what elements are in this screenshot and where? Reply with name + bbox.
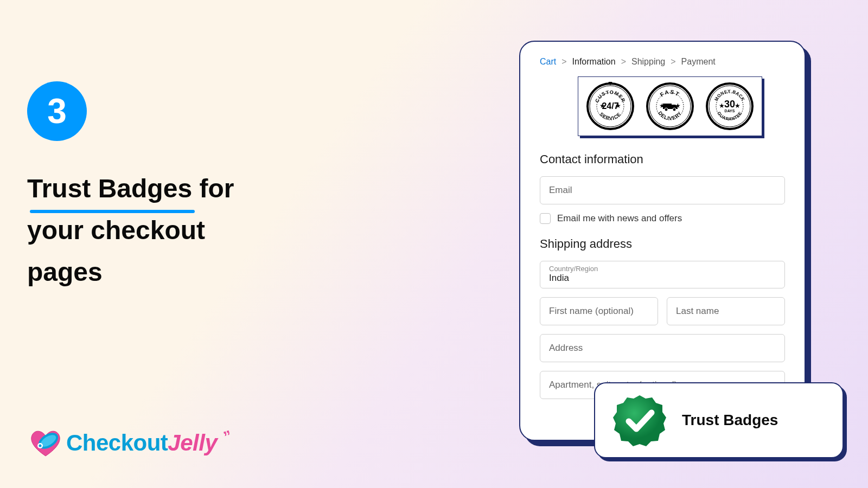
email-field[interactable]: Email [540,176,785,204]
seal-customer-service: CUSTOMER SERVICE 24/7 ★ ★ [586,82,635,131]
breadcrumb-payment[interactable]: Payment [681,57,716,67]
trust-badges-row: CUSTOMER SERVICE 24/7 ★ ★ FAST DELIVERY [578,76,762,136]
contact-section-title: Contact information [540,152,785,166]
checkout-panel: Cart > Information > Shipping > Payment … [519,41,806,441]
first-name-field[interactable]: First name (optional) [540,297,658,325]
shipping-section-title: Shipping address [540,237,785,251]
newsletter-checkbox[interactable] [540,213,551,224]
trust-badges-callout: Trust Badges [594,382,844,458]
verified-icon [612,393,667,447]
svg-text:30: 30 [724,99,735,110]
country-select[interactable]: Country/Region India [540,261,785,288]
headline-line3: pages [27,258,103,286]
svg-text:★: ★ [735,102,741,110]
headline-underlined: Trust Badges [27,168,192,210]
logo-text: CheckoutJelly ” [66,430,217,456]
breadcrumb-sep: > [561,57,566,67]
callout-label: Trust Badges [682,412,778,429]
headline: Trust Badges for your checkout pages [27,168,353,293]
svg-text:DAYS: DAYS [725,109,735,113]
svg-text:★: ★ [599,102,605,110]
seal-fast-delivery: FAST DELIVERY ★ ★ [646,82,694,131]
logo-part2: Jelly [168,430,217,455]
breadcrumb-sep: > [671,57,675,67]
svg-text:★: ★ [615,102,621,110]
breadcrumb-cart[interactable]: Cart [540,57,556,67]
breadcrumb-sep: > [621,57,626,67]
breadcrumb: Cart > Information > Shipping > Payment [540,57,785,67]
address-field[interactable]: Address [540,334,785,362]
breadcrumb-shipping[interactable]: Shipping [631,57,665,67]
logo-accent-icon: ” [221,427,234,446]
breadcrumb-information: Information [572,57,616,67]
headline-rest: for [192,174,234,203]
seal-money-back: MONEY BACK GUARANTEE 30 DAYS ★ ★ [705,82,754,131]
country-label: Country/Region [549,265,776,273]
svg-text:★: ★ [675,102,681,110]
svg-point-13 [609,82,612,85]
newsletter-label: Email me with news and offers [557,213,682,224]
brand-logo: CheckoutJelly ” [27,428,217,458]
svg-point-3 [39,445,42,447]
last-name-field[interactable]: Last name [667,297,785,325]
heart-icon [27,428,64,458]
svg-text:★: ★ [659,102,665,110]
svg-text:★: ★ [719,102,725,110]
logo-part1: Checkout [66,430,168,455]
step-number-badge: 3 [27,81,87,141]
country-value: India [549,273,569,283]
headline-line2: your checkout [27,216,205,245]
